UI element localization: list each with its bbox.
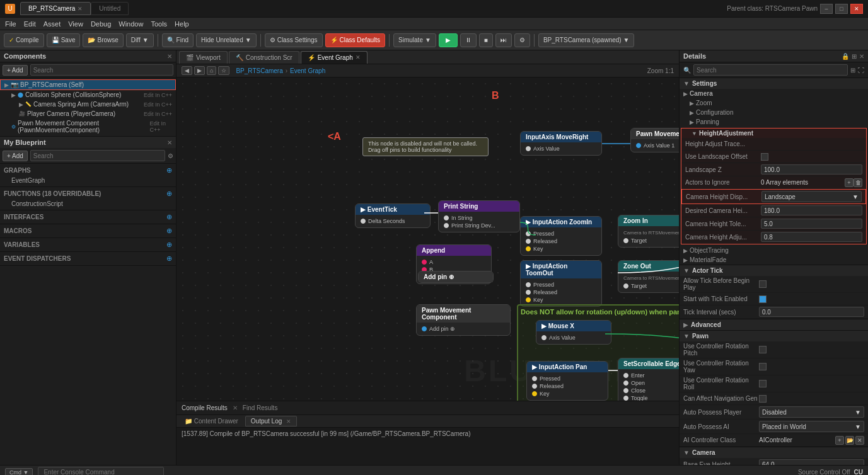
use-ctrl-pitch-checkbox[interactable] (759, 346, 767, 353)
zoom-in-target-node[interactable]: Zoom In Camera to RTSMovement Component … (618, 215, 679, 248)
skip-button[interactable]: ⏭ (495, 33, 512, 47)
console-input[interactable] (38, 467, 164, 476)
browse-button[interactable]: 📂 Browse (83, 33, 123, 47)
use-ctrl-yaw-checkbox[interactable] (759, 363, 767, 370)
compile-results-tab[interactable]: Compile Results (182, 404, 228, 411)
bp-section-macros-header[interactable]: MACROS ⊕ (4, 226, 172, 236)
maximize-btn[interactable]: □ (835, 4, 848, 14)
output-log-tab[interactable]: Output Log ✕ (245, 416, 297, 426)
remove-array-btn[interactable]: 🗑 (854, 178, 862, 187)
menu-tools[interactable]: Tools (151, 20, 167, 28)
print-string-node[interactable]: Print String In String Print String Dev.… (438, 200, 520, 232)
camera-height-adj-input[interactable] (761, 232, 862, 242)
actor-tick-header[interactable]: ▼ Actor Tick (680, 265, 868, 276)
input-axis-moveright-node[interactable]: InputAxis MoveRight Axis Value (520, 131, 602, 156)
exec-out-pin[interactable] (361, 219, 366, 224)
config-subsection[interactable]: ▶ Configuration (680, 108, 868, 117)
minimize-btn[interactable]: – (820, 4, 833, 14)
nav-home-button[interactable]: ⌂ (207, 66, 216, 75)
macros-add-icon[interactable]: ⊕ (166, 227, 172, 235)
bp-settings-icon[interactable]: ⚙ (168, 152, 173, 159)
details-options-icon[interactable]: ⊞ (850, 67, 855, 74)
stop-button[interactable]: ■ (479, 33, 493, 47)
auto-possess-player-dropdown[interactable]: Disabled ▼ (759, 406, 864, 418)
released-pin[interactable] (526, 239, 531, 244)
construction-script-item[interactable]: ConstructionScript (4, 199, 172, 209)
a-pin[interactable] (422, 260, 427, 265)
menu-file[interactable]: File (5, 20, 16, 28)
camera-main-header[interactable]: ▼ Camera (680, 447, 868, 458)
landscape-z-input[interactable] (761, 164, 862, 175)
landscape-offset-checkbox[interactable] (761, 153, 768, 161)
close-pin[interactable] (623, 388, 628, 393)
camera-height-tol-input[interactable] (761, 219, 862, 229)
breadcrumb-root[interactable]: BP_RTSCamera (236, 67, 282, 74)
tab-viewport[interactable]: 🎬 Viewport (179, 51, 228, 64)
output-log-close[interactable]: ✕ (286, 418, 291, 425)
allow-tick-checkbox[interactable] (759, 280, 767, 288)
set-scrollable-node[interactable]: SetScrollable Edge Scroll Enter Open Clo… (618, 358, 679, 401)
menu-window[interactable]: Window (119, 20, 143, 28)
exec-in-pin[interactable] (444, 215, 449, 220)
simulate-button[interactable]: Simulate ▼ (393, 33, 436, 47)
bp-section-dispatchers-header[interactable]: EVENT DISPATCHERS ⊕ (4, 253, 172, 264)
class-defaults-button[interactable]: ⚡ Class Defaults (325, 33, 385, 47)
untitled-tab[interactable]: Untitled (91, 2, 129, 15)
ai-controller-use-btn[interactable]: + (835, 436, 844, 445)
tree-item-spring-arm[interactable]: ▶ 📏 Camera Spring Arm (CameraArm) Edit I… (0, 100, 176, 109)
key-out-pin[interactable] (526, 297, 531, 302)
movement-edit-label[interactable]: Edit In C++ (149, 120, 172, 133)
event-tick-node[interactable]: ▶ EventTick Delta Seconds (355, 203, 431, 228)
key-pin[interactable] (526, 246, 531, 251)
tree-item-movement[interactable]: ⚙ Pawn Movement Component (PawnMovementC… (0, 118, 176, 135)
add-component-button[interactable]: + Add (3, 65, 28, 76)
bp-section-variables-header[interactable]: VARIABLES ⊕ (4, 239, 172, 250)
tick-interval-input[interactable] (759, 307, 864, 317)
axis-x-pin[interactable] (541, 335, 547, 340)
tree-item-player-camera[interactable]: 🎥 Player Camera (PlayerCamera) Edit In C… (0, 109, 176, 118)
component-search-input[interactable] (30, 64, 173, 76)
input-zoom-out-node[interactable]: ▶ InputAction ToomOut Pressed Released K… (520, 260, 602, 307)
title-tab[interactable]: BP_RTSCamera ✕ (20, 2, 91, 15)
tab-close-icon[interactable]: ✕ (356, 54, 361, 60)
tree-item-self[interactable]: ▶ 📷 BP_RTSCamera (Self) (0, 79, 176, 90)
event-graph-item[interactable]: EventGraph (4, 176, 172, 185)
cam-edit-label[interactable]: Edit In C++ (144, 111, 172, 117)
bp-panel-close[interactable]: ✕ (167, 139, 172, 146)
ai-controller-browse-btn[interactable]: 📂 (845, 436, 854, 445)
add-array-btn[interactable]: + (845, 178, 854, 187)
material-fade-subsection[interactable]: ▶ MaterialFade (680, 255, 868, 265)
collision-edit-label[interactable]: Edit In C++ (144, 92, 172, 98)
bp-search-input[interactable] (30, 150, 165, 161)
ai-controller-clear-btn[interactable]: ✕ (855, 436, 864, 445)
details-lock-icon[interactable]: 🔒 (842, 53, 849, 60)
nav-back-button[interactable]: ◀ (182, 66, 192, 75)
interfaces-add-icon[interactable]: ⊕ (166, 213, 172, 221)
play-button[interactable]: ▶ (439, 33, 458, 47)
menu-edit[interactable]: Edit (24, 20, 36, 28)
menu-view[interactable]: View (68, 20, 83, 28)
save-button[interactable]: 💾 Save (47, 33, 81, 47)
diff-button[interactable]: Diff ▼ (126, 33, 154, 47)
object-tracing-subsection[interactable]: ▶ ObjectTracing (680, 246, 868, 255)
variables-add-icon[interactable]: ⊕ (166, 241, 172, 249)
released-pan-pin[interactable] (532, 384, 537, 389)
pawn-movement-bottom-node[interactable]: Pawn Movement Component Add pin ⊕ (416, 304, 511, 336)
input-pan-node[interactable]: ▶ InputAction Pan Pressed Released Key (526, 361, 608, 401)
return-pin[interactable] (636, 143, 641, 148)
bp-section-graphs-header[interactable]: GRAPHS ⊕ (4, 165, 172, 176)
class-settings-button[interactable]: ⚙ Class Settings (265, 33, 323, 47)
base-eye-height-input[interactable] (759, 459, 864, 465)
bp-section-functions-header[interactable]: FUNCTIONS (18 OVERRIDABLE) ⊕ (4, 188, 172, 199)
zoom-subsection[interactable]: ▶ Zoom (680, 98, 868, 108)
settings-button[interactable]: ⚙ (514, 33, 530, 47)
input-zoom-in-node[interactable]: ▶ InputAction ZoomIn Pressed Released Ke… (520, 216, 602, 256)
released-out-pin[interactable] (526, 290, 531, 295)
exec-out-pin-2[interactable] (444, 223, 449, 228)
tab-construction[interactable]: 🔨 Construction Scr (229, 51, 299, 64)
auto-possess-ai-dropdown[interactable]: Placed in World ▼ (759, 421, 864, 432)
camera-subsection[interactable]: ▶ Camera (680, 89, 868, 98)
content-drawer-tab[interactable]: 📁 Content Drawer (179, 416, 244, 426)
tree-item-collision[interactable]: ▶ ⬤ Collision Sphere (CollisionSphere) E… (0, 90, 176, 100)
panning-subsection[interactable]: ▶ Panning (680, 117, 868, 127)
